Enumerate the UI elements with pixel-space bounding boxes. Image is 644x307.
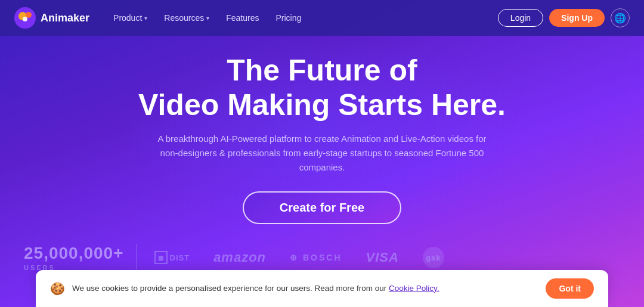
cookie-icon: 🍪 xyxy=(50,281,65,296)
brand-logos: ▦ DIST amazon ⊕ BOSCH VISA gsk xyxy=(154,247,621,268)
brand-bosch: ⊕ BOSCH xyxy=(290,253,342,262)
nav-pricing[interactable]: Pricing xyxy=(275,13,301,23)
navbar: Animaker Product ▾ Resources ▾ Features … xyxy=(0,0,644,36)
user-stats: 25,000,000+ USERS xyxy=(24,244,137,271)
hero-subtitle: A breakthrough AI-Powered platform to cr… xyxy=(149,132,495,175)
brand-visa: VISA xyxy=(366,250,399,265)
hero-section: Animaker Product ▾ Resources ▾ Features … xyxy=(0,0,644,307)
hero-title: The Future of Video Making Starts Here. xyxy=(138,54,506,122)
brand-gsk: gsk xyxy=(423,247,444,268)
stat-number: 25,000,000+ xyxy=(24,244,124,263)
cookie-accept-button[interactable]: Got it xyxy=(546,278,594,299)
svg-point-2 xyxy=(26,12,32,18)
logo-icon xyxy=(14,7,36,29)
signup-button[interactable]: Sign Up xyxy=(549,9,605,27)
logo-text: Animaker xyxy=(41,12,89,24)
nav-resources[interactable]: Resources ▾ xyxy=(164,13,209,23)
globe-icon: 🌐 xyxy=(614,13,626,24)
chevron-down-icon: ▾ xyxy=(144,15,147,21)
brand-amazon: amazon xyxy=(213,250,266,265)
nav-links: Product ▾ Resources ▾ Features Pricing xyxy=(113,13,498,23)
logo[interactable]: Animaker xyxy=(14,7,89,29)
login-button[interactable]: Login xyxy=(498,9,543,27)
nav-product[interactable]: Product ▾ xyxy=(113,13,147,23)
cookie-banner: 🍪 We use cookies to provide a personalis… xyxy=(36,270,608,307)
dist-icon: ▦ xyxy=(154,251,168,264)
chevron-down-icon: ▾ xyxy=(206,15,209,21)
cookie-policy-link[interactable]: Cookie Policy. xyxy=(389,284,439,293)
nav-features[interactable]: Features xyxy=(226,13,259,23)
language-button[interactable]: 🌐 xyxy=(611,8,630,27)
create-for-free-button[interactable]: Create for Free xyxy=(243,191,401,224)
brand-dist: ▦ DIST xyxy=(154,251,190,264)
cookie-text: We use cookies to provide a personalised… xyxy=(72,283,538,294)
svg-point-3 xyxy=(23,17,27,21)
nav-actions: Login Sign Up 🌐 xyxy=(498,8,630,27)
bottom-strip: 25,000,000+ USERS ▦ DIST amazon ⊕ BOSCH … xyxy=(0,244,644,271)
